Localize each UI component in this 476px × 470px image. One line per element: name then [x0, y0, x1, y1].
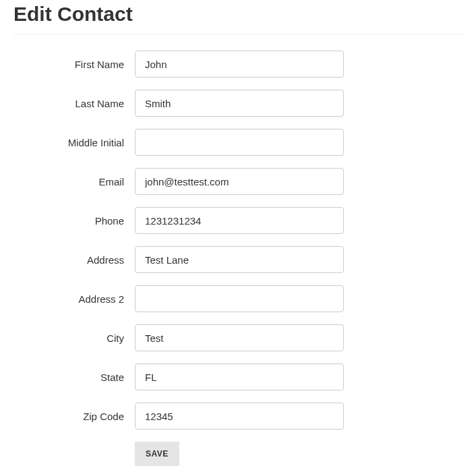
phone-input[interactable] [135, 207, 344, 234]
label-zip: Zip Code [13, 411, 135, 422]
email-input[interactable] [135, 168, 344, 195]
row-zip: Zip Code [13, 403, 463, 430]
address2-input[interactable] [135, 285, 344, 312]
state-input[interactable] [135, 363, 344, 390]
save-button[interactable]: SAVE [135, 442, 179, 466]
address-input[interactable] [135, 246, 344, 273]
row-city: City [13, 324, 463, 351]
label-last-name: Last Name [13, 98, 135, 109]
label-phone: Phone [13, 215, 135, 227]
label-middle-initial: Middle Initial [13, 137, 135, 148]
row-address: Address [13, 246, 463, 273]
row-phone: Phone [13, 207, 463, 234]
page-title: Edit Contact [13, 0, 463, 26]
label-email: Email [13, 176, 135, 187]
label-first-name: First Name [13, 59, 135, 70]
row-middle-initial: Middle Initial [13, 129, 463, 156]
last-name-input[interactable] [135, 90, 344, 117]
zip-input[interactable] [135, 403, 344, 430]
row-state: State [13, 363, 463, 390]
middle-initial-input[interactable] [135, 129, 344, 156]
label-address2: Address 2 [13, 293, 135, 305]
row-last-name: Last Name [13, 90, 463, 117]
button-row: SAVE [13, 442, 463, 466]
row-first-name: First Name [13, 51, 463, 78]
label-city: City [13, 332, 135, 344]
label-address: Address [13, 254, 135, 266]
row-email: Email [13, 168, 463, 195]
row-address2: Address 2 [13, 285, 463, 312]
button-spacer [13, 442, 135, 466]
divider [13, 34, 463, 34]
label-state: State [13, 372, 135, 383]
city-input[interactable] [135, 324, 344, 351]
first-name-input[interactable] [135, 51, 344, 78]
